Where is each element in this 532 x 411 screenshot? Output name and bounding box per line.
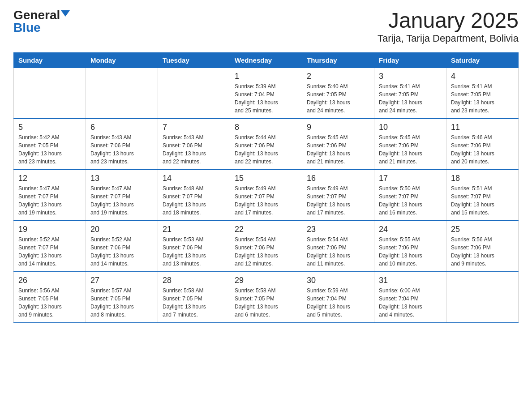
day-number: 8 xyxy=(235,123,297,132)
day-info: Sunrise: 5:48 AM Sunset: 7:07 PM Dayligh… xyxy=(163,184,225,217)
day-info: Sunrise: 5:44 AM Sunset: 7:06 PM Dayligh… xyxy=(235,133,297,166)
day-info: Sunrise: 5:50 AM Sunset: 7:07 PM Dayligh… xyxy=(379,184,442,217)
day-info: Sunrise: 5:52 AM Sunset: 7:07 PM Dayligh… xyxy=(18,235,81,268)
day-info: Sunrise: 5:46 AM Sunset: 7:06 PM Dayligh… xyxy=(451,133,514,166)
day-info: Sunrise: 5:49 AM Sunset: 7:07 PM Dayligh… xyxy=(235,184,297,217)
day-info: Sunrise: 5:56 AM Sunset: 7:05 PM Dayligh… xyxy=(18,287,81,319)
day-number: 6 xyxy=(90,123,153,132)
day-info: Sunrise: 5:58 AM Sunset: 7:05 PM Dayligh… xyxy=(235,287,297,319)
day-number: 26 xyxy=(18,276,81,285)
day-info: Sunrise: 5:47 AM Sunset: 7:07 PM Dayligh… xyxy=(18,184,81,217)
day-number: 25 xyxy=(451,225,514,234)
day-info: Sunrise: 5:41 AM Sunset: 7:05 PM Dayligh… xyxy=(451,82,514,115)
calendar-cell: 30Sunrise: 5:59 AM Sunset: 7:04 PM Dayli… xyxy=(302,272,374,323)
calendar-cell: 19Sunrise: 5:52 AM Sunset: 7:07 PM Dayli… xyxy=(14,221,86,272)
calendar-week-3: 19Sunrise: 5:52 AM Sunset: 7:07 PM Dayli… xyxy=(14,221,519,272)
calendar-header: Sunday Monday Tuesday Wednesday Thursday… xyxy=(14,52,519,68)
logo-blue-text: Blue xyxy=(13,21,41,34)
day-number: 19 xyxy=(18,225,81,234)
calendar-cell: 31Sunrise: 6:00 AM Sunset: 7:04 PM Dayli… xyxy=(374,272,446,323)
calendar-cell: 7Sunrise: 5:43 AM Sunset: 7:06 PM Daylig… xyxy=(158,119,230,170)
calendar-cell xyxy=(14,68,86,119)
col-monday: Monday xyxy=(86,52,158,68)
calendar-week-1: 5Sunrise: 5:42 AM Sunset: 7:05 PM Daylig… xyxy=(14,119,519,170)
day-info: Sunrise: 5:52 AM Sunset: 7:06 PM Dayligh… xyxy=(90,235,153,268)
day-number: 9 xyxy=(307,123,369,132)
day-info: Sunrise: 5:53 AM Sunset: 7:06 PM Dayligh… xyxy=(163,235,225,268)
calendar-week-4: 26Sunrise: 5:56 AM Sunset: 7:05 PM Dayli… xyxy=(14,272,519,323)
calendar-cell: 23Sunrise: 5:54 AM Sunset: 7:06 PM Dayli… xyxy=(302,221,374,272)
calendar-table: Sunday Monday Tuesday Wednesday Thursday… xyxy=(13,52,519,323)
day-info: Sunrise: 5:54 AM Sunset: 7:06 PM Dayligh… xyxy=(235,235,297,268)
day-info: Sunrise: 5:41 AM Sunset: 7:05 PM Dayligh… xyxy=(379,82,442,115)
day-number: 5 xyxy=(18,123,81,132)
day-number: 3 xyxy=(379,72,442,81)
calendar-cell: 26Sunrise: 5:56 AM Sunset: 7:05 PM Dayli… xyxy=(14,272,86,323)
calendar-cell: 29Sunrise: 5:58 AM Sunset: 7:05 PM Dayli… xyxy=(230,272,302,323)
col-tuesday: Tuesday xyxy=(158,52,230,68)
day-info: Sunrise: 6:00 AM Sunset: 7:04 PM Dayligh… xyxy=(379,287,442,319)
day-number: 23 xyxy=(307,225,369,234)
calendar-cell: 8Sunrise: 5:44 AM Sunset: 7:06 PM Daylig… xyxy=(230,119,302,170)
day-info: Sunrise: 5:49 AM Sunset: 7:07 PM Dayligh… xyxy=(307,184,369,217)
col-sunday: Sunday xyxy=(14,52,86,68)
day-number: 14 xyxy=(163,174,225,183)
calendar-cell: 6Sunrise: 5:43 AM Sunset: 7:06 PM Daylig… xyxy=(86,119,158,170)
page-subtitle: Tarija, Tarija Department, Bolivia xyxy=(378,33,519,44)
day-number: 20 xyxy=(90,225,153,234)
day-number: 1 xyxy=(235,72,297,81)
day-info: Sunrise: 5:43 AM Sunset: 7:06 PM Dayligh… xyxy=(90,133,153,166)
day-number: 22 xyxy=(235,225,297,234)
day-number: 29 xyxy=(235,276,297,285)
calendar-cell xyxy=(158,68,230,119)
calendar-cell: 28Sunrise: 5:58 AM Sunset: 7:05 PM Dayli… xyxy=(158,272,230,323)
day-number: 27 xyxy=(90,276,153,285)
day-number: 16 xyxy=(307,174,369,183)
calendar-cell: 13Sunrise: 5:47 AM Sunset: 7:07 PM Dayli… xyxy=(86,170,158,221)
calendar-cell: 1Sunrise: 5:39 AM Sunset: 7:04 PM Daylig… xyxy=(230,68,302,119)
day-number: 13 xyxy=(90,174,153,183)
calendar-week-2: 12Sunrise: 5:47 AM Sunset: 7:07 PM Dayli… xyxy=(14,170,519,221)
title-block: January 2025 Tarija, Tarija Department, … xyxy=(378,9,519,44)
calendar-cell: 21Sunrise: 5:53 AM Sunset: 7:06 PM Dayli… xyxy=(158,221,230,272)
calendar-body: 1Sunrise: 5:39 AM Sunset: 7:04 PM Daylig… xyxy=(14,68,519,323)
day-info: Sunrise: 5:39 AM Sunset: 7:04 PM Dayligh… xyxy=(235,82,297,115)
logo-general-text: General xyxy=(13,9,60,21)
calendar-cell: 3Sunrise: 5:41 AM Sunset: 7:05 PM Daylig… xyxy=(374,68,446,119)
day-info: Sunrise: 5:51 AM Sunset: 7:07 PM Dayligh… xyxy=(451,184,514,217)
col-friday: Friday xyxy=(374,52,446,68)
calendar-cell: 10Sunrise: 5:45 AM Sunset: 7:06 PM Dayli… xyxy=(374,119,446,170)
day-number: 11 xyxy=(451,123,514,132)
calendar-cell: 18Sunrise: 5:51 AM Sunset: 7:07 PM Dayli… xyxy=(446,170,519,221)
day-info: Sunrise: 5:45 AM Sunset: 7:06 PM Dayligh… xyxy=(379,133,442,166)
calendar-cell: 20Sunrise: 5:52 AM Sunset: 7:06 PM Dayli… xyxy=(86,221,158,272)
day-number: 28 xyxy=(163,276,225,285)
calendar-cell: 2Sunrise: 5:40 AM Sunset: 7:05 PM Daylig… xyxy=(302,68,374,119)
calendar-cell: 25Sunrise: 5:56 AM Sunset: 7:06 PM Dayli… xyxy=(446,221,519,272)
calendar-cell: 5Sunrise: 5:42 AM Sunset: 7:05 PM Daylig… xyxy=(14,119,86,170)
col-thursday: Thursday xyxy=(302,52,374,68)
page-title: January 2025 xyxy=(378,9,519,33)
day-info: Sunrise: 5:56 AM Sunset: 7:06 PM Dayligh… xyxy=(451,235,514,268)
day-info: Sunrise: 5:57 AM Sunset: 7:05 PM Dayligh… xyxy=(90,287,153,319)
col-wednesday: Wednesday xyxy=(230,52,302,68)
day-number: 12 xyxy=(18,174,81,183)
day-info: Sunrise: 5:43 AM Sunset: 7:06 PM Dayligh… xyxy=(163,133,225,166)
calendar-cell: 9Sunrise: 5:45 AM Sunset: 7:06 PM Daylig… xyxy=(302,119,374,170)
header-row: Sunday Monday Tuesday Wednesday Thursday… xyxy=(14,52,519,68)
calendar-cell: 11Sunrise: 5:46 AM Sunset: 7:06 PM Dayli… xyxy=(446,119,519,170)
day-number: 4 xyxy=(451,72,514,81)
page-header: General Blue January 2025 Tarija, Tarija… xyxy=(13,9,519,44)
day-info: Sunrise: 5:59 AM Sunset: 7:04 PM Dayligh… xyxy=(307,287,369,319)
day-info: Sunrise: 5:45 AM Sunset: 7:06 PM Dayligh… xyxy=(307,133,369,166)
calendar-cell: 4Sunrise: 5:41 AM Sunset: 7:05 PM Daylig… xyxy=(446,68,519,119)
day-info: Sunrise: 5:58 AM Sunset: 7:05 PM Dayligh… xyxy=(163,287,225,319)
calendar-cell: 22Sunrise: 5:54 AM Sunset: 7:06 PM Dayli… xyxy=(230,221,302,272)
day-info: Sunrise: 5:40 AM Sunset: 7:05 PM Dayligh… xyxy=(307,82,369,115)
day-number: 31 xyxy=(379,276,442,285)
calendar-cell: 24Sunrise: 5:55 AM Sunset: 7:06 PM Dayli… xyxy=(374,221,446,272)
calendar-cell: 17Sunrise: 5:50 AM Sunset: 7:07 PM Dayli… xyxy=(374,170,446,221)
calendar-week-0: 1Sunrise: 5:39 AM Sunset: 7:04 PM Daylig… xyxy=(14,68,519,119)
calendar-cell: 12Sunrise: 5:47 AM Sunset: 7:07 PM Dayli… xyxy=(14,170,86,221)
day-number: 21 xyxy=(163,225,225,234)
